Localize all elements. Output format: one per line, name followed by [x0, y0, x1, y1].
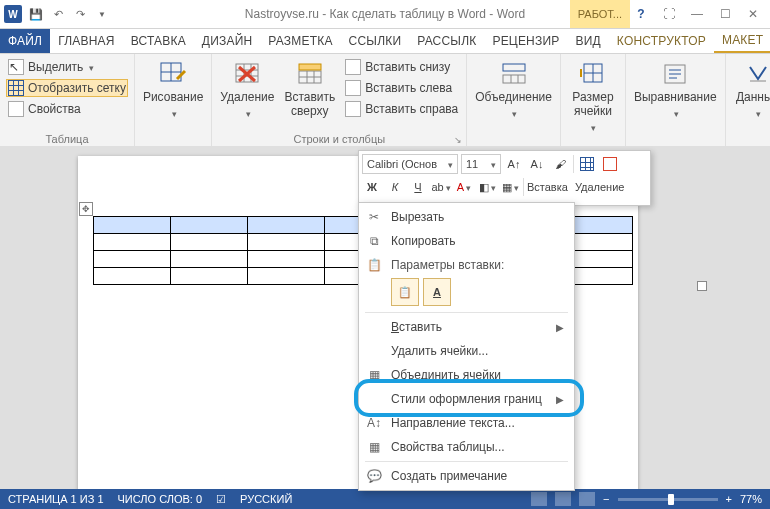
font-color-button[interactable]: A	[454, 177, 474, 197]
status-page[interactable]: СТРАНИЦА 1 ИЗ 1	[8, 493, 104, 505]
status-words[interactable]: ЧИСЛО СЛОВ: 0	[118, 493, 203, 505]
draw-label: Рисование	[143, 90, 203, 104]
delete-label: Удаление	[220, 90, 274, 104]
cell-size-button[interactable]: Размер ячейки	[567, 58, 619, 136]
tab-review[interactable]: РЕЦЕНЗИР	[484, 29, 567, 53]
properties-icon	[8, 101, 24, 117]
show-grid-button[interactable]: Отобразить сетку	[6, 79, 128, 97]
highlight-button[interactable]: ab	[431, 177, 451, 197]
tab-home[interactable]: ГЛАВНАЯ	[50, 29, 122, 53]
italic-button[interactable]: К	[385, 177, 405, 197]
close-button[interactable]: ✕	[744, 7, 762, 21]
select-button[interactable]: ↖Выделить	[6, 58, 96, 76]
insert-above-button[interactable]: Вставить сверху	[282, 58, 337, 120]
menu-delete-cells[interactable]: Удалить ячейки...	[359, 339, 574, 363]
view-read-icon[interactable]	[531, 492, 547, 506]
cut-icon: ✂	[365, 210, 383, 224]
paste-option-keep-source[interactable]: 📋	[391, 278, 419, 306]
menu-border-styles[interactable]: Стили оформления границ▶	[359, 387, 574, 411]
view-web-icon[interactable]	[579, 492, 595, 506]
minimize-button[interactable]: —	[688, 7, 706, 21]
merge-icon	[499, 60, 529, 88]
svg-rect-16	[503, 75, 525, 83]
status-proofing-icon[interactable]: ☑	[216, 493, 226, 506]
menu-merge-cells[interactable]: ▦Объединить ячейки	[359, 363, 574, 387]
format-painter-icon[interactable]: 🖌	[550, 154, 570, 174]
menu-table-properties[interactable]: ▦Свойства таблицы...	[359, 435, 574, 459]
save-icon[interactable]: 💾	[28, 6, 44, 22]
shading-button[interactable]: ◧	[477, 177, 497, 197]
menu-insert[interactable]: Вставить▶	[359, 315, 574, 339]
alignment-icon	[660, 60, 690, 88]
alignment-label: Выравнивание	[634, 90, 717, 104]
mini-insert-icon[interactable]	[577, 154, 597, 174]
mini-delete-label[interactable]: Удаление	[575, 181, 625, 193]
merge-label: Объединение	[475, 90, 552, 104]
font-size-selector[interactable]: 11	[461, 154, 501, 174]
contextual-tab-title: РАБОТ...	[570, 0, 630, 28]
cell-size-label: Размер ячейки	[572, 90, 613, 118]
mini-insert-label[interactable]: Вставка	[527, 181, 568, 193]
menu-new-comment[interactable]: 💬Создать примечание	[359, 464, 574, 488]
insert-col-left-icon	[345, 80, 361, 96]
status-language[interactable]: РУССКИЙ	[240, 493, 292, 505]
menu-copy[interactable]: ⧉Копировать	[359, 229, 574, 253]
data-button[interactable]: Данные	[732, 58, 770, 122]
menu-cut[interactable]: ✂Вырезать	[359, 205, 574, 229]
dialog-launcher-icon[interactable]: ↘	[454, 135, 462, 145]
qat-customize-icon[interactable]: ▼	[94, 6, 110, 22]
insert-below-button[interactable]: Вставить снизу	[343, 58, 460, 76]
tab-view[interactable]: ВИД	[567, 29, 608, 53]
shrink-font-icon[interactable]: A↓	[527, 154, 547, 174]
menu-text-direction[interactable]: A↕Направление текста...	[359, 411, 574, 435]
table-resize-handle-icon[interactable]	[697, 281, 707, 291]
zoom-in-button[interactable]: +	[726, 493, 732, 505]
tab-references[interactable]: ССЫЛКИ	[341, 29, 410, 53]
font-selector[interactable]: Calibri (Основ	[362, 154, 458, 174]
tab-file[interactable]: ФАЙЛ	[0, 29, 50, 53]
alignment-button[interactable]: Выравнивание	[632, 58, 719, 122]
ribbon-display-button[interactable]: ⛶	[660, 7, 678, 21]
insert-col-right-icon	[345, 101, 361, 117]
maximize-button[interactable]: ☐	[716, 7, 734, 21]
draw-button[interactable]: Рисование	[141, 58, 205, 122]
table-move-handle-icon[interactable]: ✥	[79, 202, 93, 216]
insert-right-label: Вставить справа	[365, 102, 458, 116]
zoom-out-button[interactable]: −	[603, 493, 609, 505]
cell-size-icon	[578, 60, 608, 88]
tab-insert[interactable]: ВСТАВКА	[123, 29, 194, 53]
tab-table-layout[interactable]: МАКЕТ	[714, 29, 770, 53]
mini-delete-icon[interactable]	[600, 154, 620, 174]
select-label: Выделить	[28, 60, 83, 74]
grid-icon	[8, 80, 24, 96]
insert-left-label: Вставить слева	[365, 81, 452, 95]
insert-right-button[interactable]: Вставить справа	[343, 100, 460, 118]
paste-option-text-only[interactable]: A	[423, 278, 451, 306]
properties-button[interactable]: Свойства	[6, 100, 83, 118]
copy-icon: ⧉	[365, 234, 383, 248]
grow-font-icon[interactable]: A↑	[504, 154, 524, 174]
paste-icon: 📋	[365, 258, 383, 272]
borders-button[interactable]: ▦	[500, 177, 520, 197]
tab-table-design[interactable]: КОНСТРУКТОР	[609, 29, 714, 53]
delete-button[interactable]: Удаление	[218, 58, 276, 122]
merge-group-button[interactable]: Объединение	[473, 58, 554, 122]
view-print-icon[interactable]	[555, 492, 571, 506]
comment-icon: 💬	[365, 469, 383, 483]
data-icon	[743, 60, 770, 88]
bold-button[interactable]: Ж	[362, 177, 382, 197]
svg-rect-14	[299, 64, 321, 70]
text-direction-icon: A↕	[365, 416, 383, 430]
zoom-slider[interactable]	[618, 498, 718, 501]
tab-mailings[interactable]: РАССЫЛК	[409, 29, 484, 53]
help-button[interactable]: ?	[632, 7, 650, 21]
cursor-icon: ↖	[8, 59, 24, 75]
insert-left-button[interactable]: Вставить слева	[343, 79, 460, 97]
tab-design[interactable]: ДИЗАЙН	[194, 29, 261, 53]
zoom-level[interactable]: 77%	[740, 493, 762, 505]
undo-icon[interactable]: ↶	[50, 6, 66, 22]
redo-icon[interactable]: ↷	[72, 6, 88, 22]
insert-below-label: Вставить снизу	[365, 60, 450, 74]
tab-layout[interactable]: РАЗМЕТКА	[260, 29, 340, 53]
underline-button[interactable]: Ч	[408, 177, 428, 197]
